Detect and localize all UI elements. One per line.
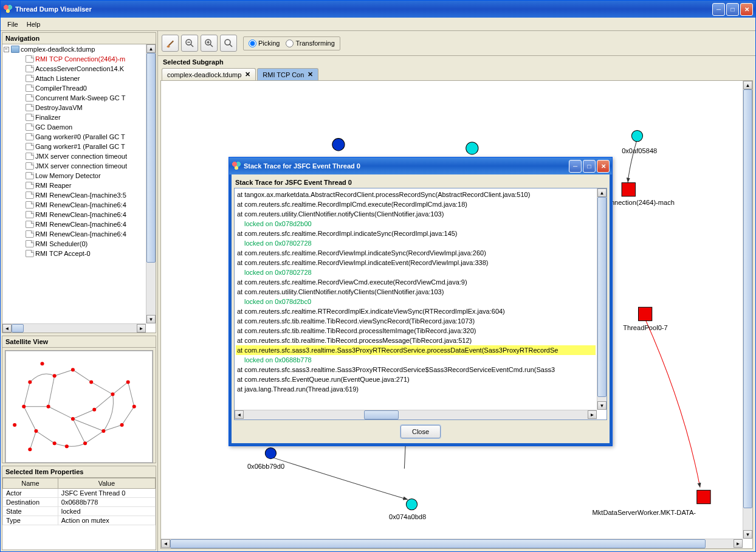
tree-item[interactable]: RMI Scheduler(0) bbox=[2, 239, 156, 249]
trace-scrollbar-vertical[interactable]: ▲ ▼ bbox=[597, 188, 607, 410]
tree-item[interactable]: Concurrent Mark-Sweep GC T bbox=[2, 93, 156, 103]
tree-item[interactable]: RMI RenewClean-[machine6:4 bbox=[2, 210, 156, 219]
tree-item[interactable]: RMI RenewClean-[machine6:4 bbox=[2, 219, 156, 229]
scroll-thumb-vertical[interactable] bbox=[597, 197, 607, 397]
tree-item[interactable]: RMI RenewClean-[machine3:5 bbox=[2, 190, 156, 200]
tree-item-label: AccessServerConnection14.K bbox=[35, 65, 124, 72]
tree-item[interactable]: JMX server connection timeout bbox=[2, 161, 156, 171]
zoom-in-button[interactable] bbox=[201, 35, 218, 52]
graph-node[interactable] bbox=[406, 499, 417, 510]
satellite-view[interactable] bbox=[5, 350, 153, 463]
svg-point-10 bbox=[126, 380, 130, 384]
trace-line: at com.reuters.sfc.sass3.realtime.Sass3P… bbox=[236, 365, 596, 374]
scroll-thumb-horizontal[interactable] bbox=[12, 324, 24, 333]
stack-trace-dialog[interactable]: Stack Trace for JSFC Event Thread 0 ─ □ … bbox=[229, 157, 613, 446]
tree-item[interactable]: AccessServerConnection14.K bbox=[2, 64, 156, 74]
scroll-up-button[interactable]: ▲ bbox=[743, 81, 752, 89]
tree-item[interactable]: JMX server connection timeout bbox=[2, 151, 156, 161]
trace-line: at com.reuters.sfc.tib.realtime.TibRecor… bbox=[236, 316, 596, 326]
graph-node[interactable] bbox=[466, 142, 478, 154]
menubar: File Help bbox=[1, 18, 755, 31]
tree-item[interactable]: DestroyJavaVM bbox=[2, 103, 156, 112]
collapse-icon[interactable]: − bbox=[4, 47, 9, 52]
graph-node-square[interactable] bbox=[638, 307, 651, 320]
scroll-thumb-horizontal[interactable] bbox=[364, 410, 399, 419]
tree-root[interactable]: −complex-deadlock.tdump bbox=[2, 44, 156, 54]
graph-node[interactable] bbox=[332, 139, 345, 151]
tab[interactable]: RMI TCP Con✕ bbox=[257, 68, 318, 80]
tree-item[interactable]: RMI TCP Connection(2464)-m bbox=[2, 54, 156, 64]
close-button[interactable]: ✕ bbox=[740, 3, 753, 16]
tree-item[interactable]: CompilerThread0 bbox=[2, 83, 156, 93]
graph-node[interactable] bbox=[631, 130, 642, 141]
file-icon bbox=[26, 85, 34, 92]
scroll-right-button[interactable]: ► bbox=[588, 410, 597, 419]
scroll-thumb-vertical[interactable] bbox=[146, 53, 156, 263]
scroll-down-button[interactable]: ▼ bbox=[743, 530, 752, 539]
graph-node[interactable] bbox=[265, 447, 276, 458]
file-icon bbox=[26, 75, 34, 82]
tree-item[interactable]: Gang worker#0 (Parallel GC T bbox=[2, 132, 156, 142]
scroll-left-button[interactable]: ◄ bbox=[235, 410, 244, 419]
tree-scrollbar-vertical[interactable]: ▲ ▼ bbox=[146, 44, 156, 323]
scroll-left-button[interactable]: ◄ bbox=[161, 539, 170, 548]
graph-node-square[interactable] bbox=[697, 490, 710, 503]
properties-col-name[interactable]: Name bbox=[3, 478, 58, 489]
graph-node-square[interactable] bbox=[622, 183, 635, 196]
tree-item[interactable]: Low Memory Detector bbox=[2, 171, 156, 181]
scroll-right-button[interactable]: ► bbox=[734, 539, 743, 548]
property-row[interactable]: Statelocked bbox=[3, 507, 156, 516]
property-name: Destination bbox=[3, 498, 58, 507]
graph-scrollbar-horizontal[interactable]: ◄ ► bbox=[161, 539, 743, 548]
menu-help[interactable]: Help bbox=[22, 19, 45, 29]
properties-col-value[interactable]: Value bbox=[58, 478, 155, 489]
brush-button[interactable] bbox=[162, 35, 179, 52]
picking-radio[interactable]: Picking bbox=[249, 40, 280, 47]
svg-point-5 bbox=[34, 429, 38, 433]
tab-close-icon[interactable]: ✕ bbox=[308, 71, 313, 78]
dialog-titlebar[interactable]: Stack Trace for JSFC Event Thread 0 ─ □ … bbox=[229, 157, 612, 174]
tree-item[interactable]: RMI Reaper bbox=[2, 181, 156, 190]
transforming-radio[interactable]: Transforming bbox=[286, 40, 334, 47]
tab-label: RMI TCP Con bbox=[263, 71, 304, 78]
tree-item[interactable]: RMI RenewClean-[machine6:4 bbox=[2, 200, 156, 210]
property-row[interactable]: ActorJSFC Event Thread 0 bbox=[3, 489, 156, 498]
tree-item[interactable]: Attach Listener bbox=[2, 74, 156, 83]
tab[interactable]: complex-deadlock.tdump✕ bbox=[162, 68, 256, 80]
dialog-maximize-button[interactable]: □ bbox=[583, 160, 596, 173]
tree-item[interactable]: RMI TCP Accept-0 bbox=[2, 249, 156, 258]
zoom-fit-button[interactable] bbox=[220, 35, 237, 52]
scroll-up-button[interactable]: ▲ bbox=[146, 44, 156, 53]
graph-scrollbar-vertical[interactable]: ▲ ▼ bbox=[743, 81, 752, 539]
dialog-minimize-button[interactable]: ─ bbox=[569, 160, 582, 173]
scroll-down-button[interactable]: ▼ bbox=[146, 315, 156, 323]
tree-item[interactable]: GC Daemon bbox=[2, 122, 156, 132]
menu-file[interactable]: File bbox=[3, 19, 22, 29]
tree-item[interactable]: Finalizer bbox=[2, 112, 156, 122]
close-button[interactable]: Close bbox=[400, 425, 441, 438]
tree-item[interactable]: Gang worker#1 (Parallel GC T bbox=[2, 142, 156, 151]
navigation-tree[interactable]: −complex-deadlock.tdumpRMI TCP Connectio… bbox=[2, 44, 156, 333]
zoom-out-button[interactable] bbox=[181, 35, 198, 52]
main-titlebar[interactable]: Thread Dump Visualiser ─ □ ✕ bbox=[1, 1, 755, 18]
property-row[interactable]: Destination0x0688b778 bbox=[3, 498, 156, 507]
scroll-left-button[interactable]: ◄ bbox=[2, 324, 12, 333]
maximize-button[interactable]: □ bbox=[726, 3, 739, 16]
scroll-thumb-horizontal[interactable] bbox=[170, 539, 706, 548]
scroll-right-button[interactable]: ► bbox=[137, 324, 146, 333]
tree-scrollbar-horizontal[interactable]: ◄ ► bbox=[2, 323, 146, 333]
file-icon bbox=[26, 211, 34, 218]
tab-close-icon[interactable]: ✕ bbox=[245, 71, 250, 78]
trace-scrollbar-horizontal[interactable]: ◄ ► bbox=[235, 410, 597, 419]
minimize-button[interactable]: ─ bbox=[712, 3, 725, 16]
tree-item[interactable]: RMI RenewClean-[machine6:4 bbox=[2, 229, 156, 239]
property-row[interactable]: TypeAction on mutex bbox=[3, 516, 156, 525]
svg-point-17 bbox=[40, 362, 44, 365]
scroll-thumb-vertical[interactable] bbox=[743, 89, 752, 508]
scroll-down-button[interactable]: ▼ bbox=[597, 401, 607, 410]
file-icon bbox=[26, 133, 34, 140]
scroll-up-button[interactable]: ▲ bbox=[597, 188, 607, 197]
dialog-close-button[interactable]: ✕ bbox=[597, 160, 610, 173]
properties-header: Selected Item Properties bbox=[2, 466, 156, 478]
stack-trace-textarea[interactable]: at tangox.ax.marketdata.AbstractRecordCl… bbox=[234, 188, 607, 420]
